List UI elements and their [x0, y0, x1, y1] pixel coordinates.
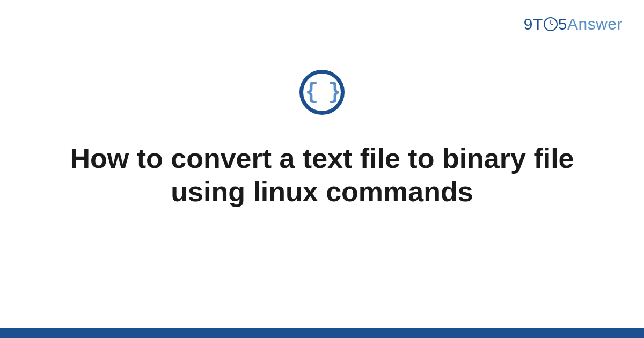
clock-icon: [544, 17, 558, 31]
question-title: How to convert a text file to binary fil…: [54, 142, 590, 209]
footer-accent-bar: [0, 328, 644, 338]
code-braces-icon: { }: [305, 81, 339, 104]
logo-text-9t: 9T: [524, 15, 543, 33]
category-icon-circle: { }: [299, 70, 345, 115]
logo-text-5: 5: [558, 15, 567, 33]
site-logo: 9T 5 Answer: [524, 15, 623, 33]
main-content: { } How to convert a text file to binary…: [0, 70, 644, 209]
logo-text-answer: Answer: [567, 15, 623, 33]
